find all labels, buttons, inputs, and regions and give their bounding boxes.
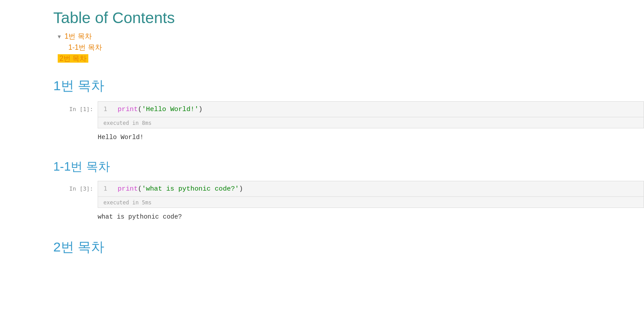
section-2-heading: 2번 목차 [53, 238, 644, 256]
section-1-1: 1-1번 목차 In [3]: 1 print('what is pythoni… [53, 159, 644, 226]
cell-1-executed-text: executed in 8ms [103, 120, 151, 126]
section-1: 1번 목차 In [1]: 1 print('Hello World!') ex… [53, 77, 644, 146]
code-keyword-print-2: print [118, 185, 138, 193]
toc-item-1-1: 1-1번 목차 [58, 43, 644, 52]
cell-2-executed-bar: executed in 5ms [98, 196, 644, 208]
section-1-heading: 1번 목차 [53, 77, 644, 95]
cell-2-code-area: 1 print('what is pythonic code?') [98, 181, 644, 196]
cell-1-executed-bar: executed in 8ms [98, 117, 644, 128]
code-line-2: print('what is pythonic code?') [118, 185, 243, 193]
toc-arrow-icon: ▾ [58, 33, 61, 40]
cell-1: In [1]: 1 print('Hello World!') [53, 101, 644, 117]
line-number-1: 1 [103, 105, 114, 112]
code-line-1: print('Hello World!') [118, 105, 202, 113]
section-2: 2번 목차 [53, 238, 644, 256]
toc-item-2: 2번 목차 [58, 54, 644, 64]
toc-link-1-1[interactable]: 1-1번 목차 [68, 44, 102, 51]
code-paren-close-1: ) [198, 105, 202, 113]
cell-1-output: Hello World! [98, 128, 644, 146]
toc-title: Table of Contents [53, 9, 644, 27]
notebook-container: Table of Contents ▾ 1번 목차 1-1번 목차 2번 목차 … [0, 0, 644, 271]
toc-list: ▾ 1번 목차 1-1번 목차 2번 목차 [53, 32, 644, 64]
cell-2-code-block: 1 print('what is pythonic code?') [98, 181, 644, 196]
cell-2: In [3]: 1 print('what is pythonic code?'… [53, 181, 644, 196]
code-paren-open-2: ( [138, 185, 142, 193]
toc-link-2[interactable]: 2번 목차 [58, 54, 88, 63]
cell-2-output: what is pythonic code? [98, 208, 644, 226]
toc-link-1[interactable]: 1번 목차 [64, 32, 91, 40]
section-1-1-heading: 1-1번 목차 [53, 159, 644, 175]
line-number-2: 1 [103, 185, 114, 192]
cell-1-code-block: 1 print('Hello World!') [98, 101, 644, 117]
code-paren-close-2: ) [239, 185, 243, 193]
code-paren-open-1: ( [138, 105, 142, 113]
cell-1-code-area: 1 print('Hello World!') [98, 102, 644, 117]
code-string-2: 'what is pythonic code?' [142, 185, 239, 193]
toc-section: Table of Contents ▾ 1번 목차 1-1번 목차 2번 목차 [53, 9, 644, 64]
code-string-1: 'Hello World!' [142, 105, 199, 113]
cell-2-executed-text: executed in 5ms [103, 199, 151, 206]
toc-item-1: ▾ 1번 목차 [58, 32, 644, 41]
code-keyword-print-1: print [118, 105, 138, 113]
cell-1-label: In [1]: [53, 101, 98, 117]
cell-2-label: In [3]: [53, 181, 98, 196]
